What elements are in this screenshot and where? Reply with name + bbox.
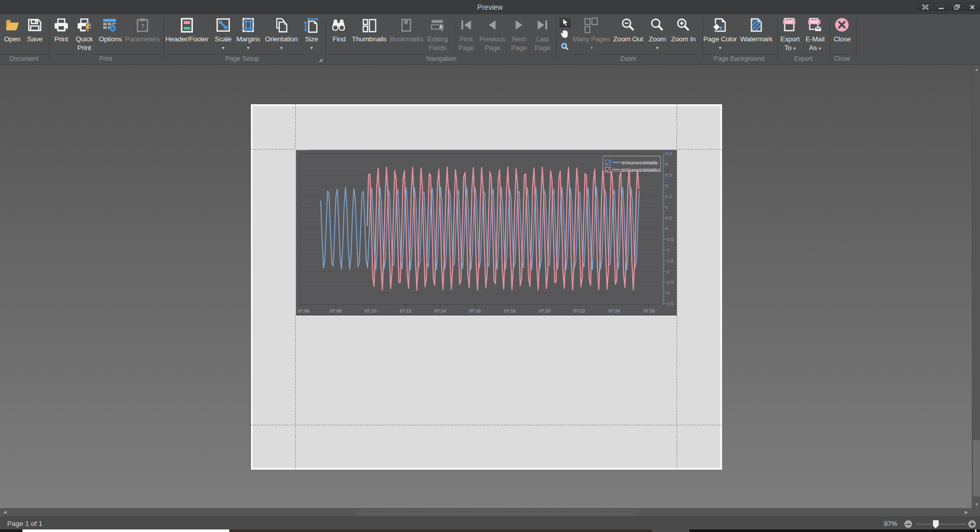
svg-text:?: ? [140, 22, 145, 30]
